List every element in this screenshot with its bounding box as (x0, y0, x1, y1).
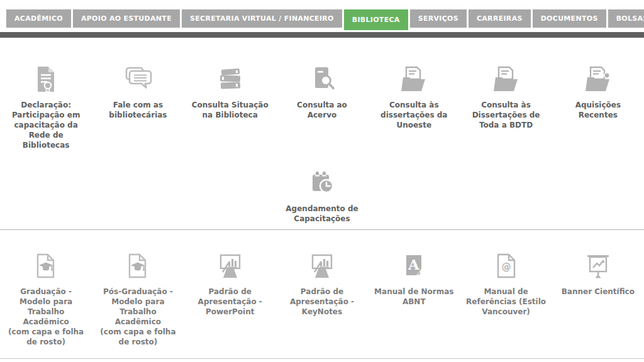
item-manual-referencias-vancouver[interactable]: @ Manual de Referências (Estilo Vancouve… (460, 251, 552, 347)
tab-biblioteca[interactable]: BIBLIOTECA (344, 9, 408, 30)
item-padrao-apresentacao-powerpoint[interactable]: Padrão de Apresentação - PowerPoint (184, 251, 276, 347)
item-dissertacoes-unoeste[interactable]: Consulta às dissertações da Unoeste (368, 65, 460, 150)
document-graduation-icon (123, 251, 152, 280)
item-manual-normas-abnt[interactable]: A Manual de Normas ABNT (368, 251, 460, 347)
item-fale-com-bibliotecarias[interactable]: Fale com as bibliotecárias (92, 65, 184, 150)
folder-documents-icon (399, 65, 428, 94)
tab-apoio-ao-estudante[interactable]: APOIO AO ESTUDANTE (73, 9, 180, 28)
item-aquisicoes-recentes[interactable]: Aquisições Recentes (552, 65, 644, 150)
tab-carreiras[interactable]: CARREIRAS (469, 9, 531, 28)
item-consulta-ao-acervo[interactable]: Consulta ao Acervo (276, 65, 368, 150)
tab-servicos[interactable]: SERVIÇOS (410, 9, 467, 28)
item-label: Manual de Normas ABNT (374, 287, 453, 307)
book-search-icon (308, 65, 336, 94)
main-tab-bar: ACADÊMICO APOIO AO ESTUDANTE SECRETARIA … (6, 9, 644, 30)
item-dissertacoes-bdtd[interactable]: Consulta às Dissertações de Toda a BDTD (460, 65, 552, 150)
scheduling-section: Agendamento de Capacitações (0, 168, 644, 224)
banner-chart-icon (584, 251, 613, 280)
library-services-section: Declaração: Participação em capacitação … (0, 65, 644, 150)
header-underline-bar (0, 32, 644, 38)
tab-documentos[interactable]: DOCUMENTOS (533, 9, 606, 28)
at-document-icon: @ (492, 251, 521, 280)
calendar-clock-icon (308, 168, 336, 197)
item-label: Consulta Situação na Biblioteca (192, 100, 269, 120)
item-label: Manual de Referências (Estilo Vancouver) (466, 287, 546, 317)
item-consulta-situacao-biblioteca[interactable]: Consulta Situação na Biblioteca (184, 65, 276, 150)
item-padrao-apresentacao-keynotes[interactable]: Padrão de Apresentação - KeyNotes (276, 251, 368, 347)
item-label: Graduação - Modelo para Trabalho Acadêmi… (8, 287, 84, 347)
page-bottom-divider (0, 358, 644, 359)
item-graduacao-modelo-trabalho[interactable]: Graduação - Modelo para Trabalho Acadêmi… (0, 251, 92, 347)
svg-text:A: A (408, 256, 420, 273)
item-label: Aquisições Recentes (575, 100, 621, 120)
item-agendamento-capacitacoes[interactable]: Agendamento de Capacitações (286, 168, 358, 224)
item-declaracao-capacitacao[interactable]: Declaração: Participação em capacitação … (0, 65, 92, 150)
section-divider (0, 229, 644, 230)
abnt-document-icon: A (399, 251, 428, 280)
item-label: Consulta às dissertações da Unoeste (380, 100, 447, 130)
folder-new-icon (584, 65, 613, 94)
templates-section: Graduação - Modelo para Trabalho Acadêmi… (0, 251, 644, 347)
certificate-document-icon (31, 65, 60, 94)
tab-secretaria-virtual-financeiro[interactable]: SECRETARIA VIRTUAL / FINANCEIRO (182, 9, 342, 28)
item-label: Padrão de Apresentação - KeyNotes (290, 287, 354, 317)
svg-text:@: @ (501, 261, 511, 273)
item-pos-graduacao-modelo-trabalho[interactable]: Pós-Graduação - Modelo para Trabalho Aca… (92, 251, 184, 347)
item-label: Pós-Graduação - Modelo para Trabalho Aca… (100, 287, 175, 347)
item-banner-cientifico[interactable]: Banner Científico (552, 251, 644, 347)
folder-documents-icon (492, 65, 521, 94)
presentation-chart-icon (216, 251, 245, 280)
books-stack-icon (216, 65, 245, 94)
tab-bolsas-e-fies[interactable]: BOLSAS E FIES (608, 9, 644, 28)
document-graduation-icon (31, 251, 60, 280)
presentation-chart-icon (308, 251, 336, 280)
item-label: Banner Científico (562, 287, 635, 297)
tab-academico[interactable]: ACADÊMICO (6, 9, 71, 28)
item-label: Agendamento de Capacitações (286, 204, 358, 224)
item-label: Padrão de Apresentação - PowerPoint (198, 287, 262, 317)
item-label: Fale com as bibliotecárias (109, 100, 167, 120)
item-label: Consulta ao Acervo (297, 100, 347, 120)
item-label: Declaração: Participação em capacitação … (12, 100, 80, 150)
chat-bubbles-icon (123, 65, 152, 94)
item-label: Consulta às Dissertações de Toda a BDTD (472, 100, 540, 130)
